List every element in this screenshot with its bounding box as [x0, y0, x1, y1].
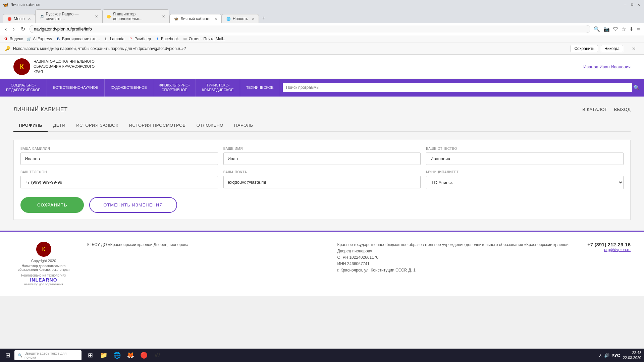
footer-inn: ИНН 2466067741 [337, 261, 574, 267]
bookmark-rambler[interactable]: Р Рамблер [128, 37, 151, 41]
minimize-button[interactable]: ─ [623, 2, 628, 7]
tab-favicon-profile: 🦋 [174, 16, 178, 21]
footer-phone: +7 (391) 212-29-16 [587, 242, 631, 247]
site-header: К НАВИГАТОР ДОПОЛНИТЕЛЬНОГО ОБРАЗОВАНИЯ … [0, 55, 644, 79]
reload-button[interactable]: ↻ [19, 25, 27, 33]
site-logo: К НАВИГАТОР ДОПОЛНИТЕЛЬНОГО ОБРАЗОВАНИЯ … [13, 58, 101, 75]
tab-close-navigator[interactable]: ✕ [162, 14, 165, 19]
page-actions: В КАТАЛОГ ВЫХОД [582, 107, 631, 112]
bookmark-label-facebook: Facebook [161, 37, 179, 41]
tab-navigator[interactable]: 🟡 Я навигатор дополнительн... ✕ [102, 9, 169, 23]
footer-full-name: Краевое государственное бюджетное образо… [337, 242, 574, 254]
form-row-contact: ВАШ ТЕЛЕФОН ВАША ПОЧТА МУНИЦИПАЛИТЕТ ГО … [20, 170, 624, 189]
save-button[interactable]: СОХРАНИТЬ [20, 197, 84, 213]
never-save-button[interactable]: Никогда [601, 45, 623, 52]
bookmark-facebook[interactable]: f Facebook [155, 37, 179, 41]
tab-applications[interactable]: ИСТОРИЯ ЗАЯВОК [71, 119, 124, 132]
firstname-input[interactable] [223, 153, 421, 165]
email-input[interactable] [223, 176, 421, 188]
tab-radio[interactable]: 🎵 Русское Радио — слушать... ✕ [35, 9, 102, 23]
bookmark-label-yandex: Яндекс [9, 37, 23, 41]
site-footer: К Copyright 2020 Навигатор дополнительно… [0, 231, 644, 296]
phone-input[interactable] [20, 176, 218, 188]
nav-artistic[interactable]: ХУДОЖЕСТВЕННОЕ [105, 79, 153, 97]
restore-button[interactable]: ⧉ [629, 2, 635, 7]
shield-icon[interactable]: 🛡 [612, 25, 619, 33]
tab-close-menu[interactable]: ✕ [28, 17, 31, 21]
close-button[interactable]: ✕ [636, 2, 641, 7]
tab-close-profile[interactable]: ✕ [214, 17, 217, 21]
tab-close-radio[interactable]: ✕ [95, 14, 98, 19]
new-tab-button[interactable]: + [259, 13, 269, 23]
address-bar: ‹ › ↻ 🔍 📷 🛡 ☆ ⬇ ≡ [0, 23, 644, 35]
logo-text: НАВИГАТОР ДОПОЛНИТЕЛЬНОГО ОБРАЗОВАНИЯ КР… [34, 59, 101, 74]
star-icon[interactable]: ☆ [621, 25, 627, 33]
back-button[interactable]: ‹ [3, 25, 8, 33]
lastname-input[interactable] [20, 153, 218, 165]
tab-close-news[interactable]: ✕ [252, 17, 255, 21]
tab-label-profile: Личный кабинет [180, 16, 211, 21]
tab-menu[interactable]: 🔴 Меню ✕ [3, 14, 35, 23]
form-group-municipality: МУНИЦИПАЛИТЕТ ГО Ачинск [426, 170, 624, 189]
save-password-button[interactable]: Сохранить [571, 45, 598, 52]
user-profile-link[interactable]: Иванов Иван Иванович [583, 64, 631, 69]
catalog-link[interactable]: В КАТАЛОГ [582, 107, 607, 112]
logout-link[interactable]: ВЫХОД [614, 107, 631, 112]
lastname-label: ВАША ФАМИЛИЯ [20, 147, 218, 150]
address-input[interactable] [30, 25, 591, 33]
search-input[interactable] [283, 83, 632, 92]
bookmark-lamoda[interactable]: L Lamoda [104, 37, 124, 41]
bookmark-label-booking: Бронирование оте... [62, 37, 100, 41]
nav-tourism[interactable]: ТУРИСТСКО- КРАЕВЕДЧЕСКОЕ [196, 79, 240, 97]
camera-icon[interactable]: 📷 [603, 25, 610, 33]
password-bar-text: Использовать менеджер паролей, чтобы сох… [13, 46, 568, 51]
municipality-label: МУНИЦИПАЛИТЕТ [426, 170, 624, 174]
nav-technical[interactable]: ТЕХНИЧЕСКОЕ [240, 79, 280, 97]
footer-details-col: Краевое государственное бюджетное образо… [337, 242, 574, 274]
footer-emblem-svg: К [38, 244, 49, 254]
download-icon[interactable]: ⬇ [629, 25, 634, 33]
booking-favicon: B [56, 37, 61, 41]
bookmark-booking[interactable]: B Бронирование оте... [56, 37, 100, 41]
bookmark-aliexpress[interactable]: 🛒 AliExpress [27, 37, 52, 41]
nav-search-area: 🔍 [280, 79, 644, 97]
tab-news[interactable]: 🌐 Новость ✕ [222, 14, 259, 23]
profile-tabs: ПРОФИЛЬ ДЕТИ ИСТОРИЯ ЗАЯВОК ИСТОРИЯ ПРОС… [13, 119, 631, 132]
facebook-favicon: f [155, 37, 160, 41]
tab-favicon-menu: 🔴 [7, 16, 12, 21]
search-button[interactable]: 🔍 [632, 83, 641, 92]
tab-password[interactable]: ПАРОЛЬ [229, 119, 258, 132]
cancel-button[interactable]: ОТМЕНИТЬ ИЗМЕНЕНИЯ [89, 197, 177, 213]
footer-brand-sub: навигатор доп.образования [24, 283, 63, 286]
forward-button[interactable]: › [11, 25, 16, 33]
nav-sports[interactable]: ФИЗКУЛЬТУРНО- СПОРТИВНОЕ [153, 79, 196, 97]
bookmark-yandex[interactable]: Я Яндекс [3, 37, 23, 41]
browser-chrome: 🦋 Личный кабинет ─ ⧉ ✕ 🔴 Меню ✕ 🎵 Русско… [0, 0, 644, 55]
tab-deferred[interactable]: ОТЛОЖЕНО [191, 119, 229, 132]
municipality-select[interactable]: ГО Ачинск [426, 176, 624, 189]
footer-tech-label: Реализовано на технологиях [21, 274, 66, 277]
tab-children[interactable]: ДЕТИ [48, 119, 71, 132]
logo-emblem: К [13, 58, 30, 75]
tab-profile[interactable]: ПРОФИЛЬ [13, 119, 48, 132]
svg-text:К: К [20, 63, 24, 70]
tab-views-history[interactable]: ИСТОРИЯ ПРОСМОТРОВ [124, 119, 191, 132]
password-bar-close[interactable]: ✕ [629, 45, 639, 52]
form-row-name: ВАША ФАМИЛИЯ ВАШЕ ИМЯ ВАШЕ ОТЧЕСТВО [20, 147, 624, 165]
tabs-bar: 🔴 Меню ✕ 🎵 Русское Радио — слушать... ✕ … [0, 9, 644, 23]
menu-icon[interactable]: ≡ [636, 25, 641, 33]
window-title: Личный кабинет [10, 2, 41, 7]
emblem-svg: К [16, 61, 28, 73]
form-buttons: СОХРАНИТЬ ОТМЕНИТЬ ИЗМЕНЕНИЯ [20, 197, 624, 213]
main-content: ЛИЧНЫЙ КАБИНЕТ В КАТАЛОГ ВЫХОД ПРОФИЛЬ Д… [0, 97, 644, 231]
bookmark-label-mail: Ответ - Почта Mail... [189, 37, 226, 41]
nav-natural-science[interactable]: ЕСТЕСТВЕННОНАУЧНОЕ [47, 79, 105, 97]
bookmark-mail[interactable]: ✉ Ответ - Почта Mail... [183, 37, 226, 41]
footer-email[interactable]: org@dvpion.ru [587, 247, 631, 252]
patronymic-input[interactable] [426, 153, 624, 165]
footer-copyright: Copyright 2020 [31, 259, 56, 263]
nav-social-pedagogical[interactable]: СОЦИАЛЬНО- ПЕДАГОГИЧЕСКОЕ [0, 79, 47, 97]
tab-profile[interactable]: 🦋 Личный кабинет ✕ [169, 14, 221, 23]
search-toolbar-icon[interactable]: 🔍 [593, 25, 601, 33]
footer-address: г. Красноярск, ул. Конституции СССР, Д. … [337, 267, 574, 274]
